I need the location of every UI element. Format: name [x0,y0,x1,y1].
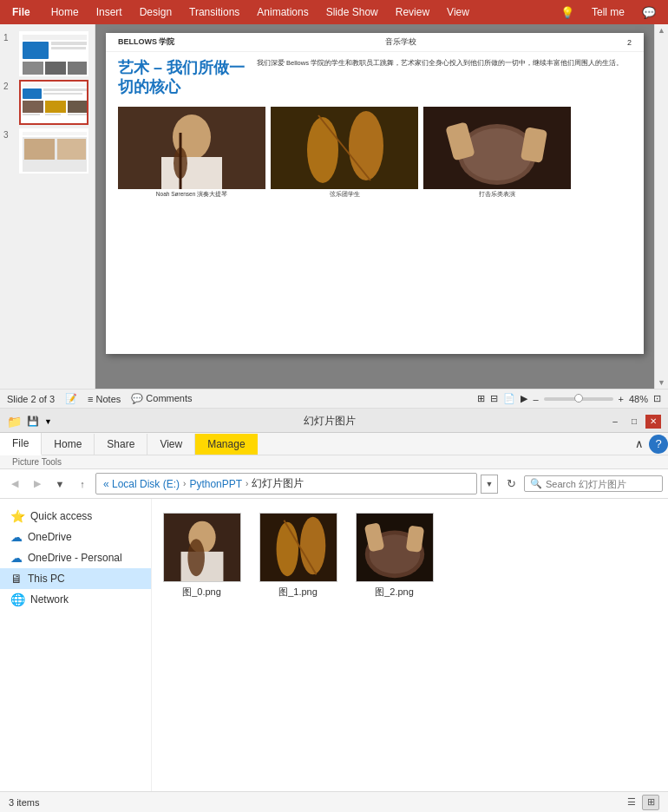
view-toggle-icons: ☰ ⊞ [623,795,659,810]
refresh-button[interactable]: ↻ [501,475,521,494]
quick-access-icon: ⭐ [10,509,25,523]
ribbon-tab-design[interactable]: Design [131,0,180,24]
view-reading-icon[interactable]: 📄 [503,393,515,404]
slide-title-area: 艺术 – 我们所做一切的核心 [118,59,248,96]
sidebar-item-onedrive-personal[interactable]: ☁ OneDrive - Personal [0,547,151,568]
slide-canvas[interactable]: BELLOWS 学院 音乐学校 2 艺术 – 我们所做一切的核心 我们深爱 Be… [106,33,644,354]
sidebar-item-onedrive[interactable]: ☁ OneDrive [0,527,151,547]
search-input[interactable] [546,479,657,489]
notes-icon: ≡ [88,394,93,404]
sidebar-item-quick-access[interactable]: ⭐ Quick access [0,506,151,527]
ribbon-tab-view[interactable]: View [438,0,478,24]
slide-num-1: 1 [3,31,16,43]
minimize-button[interactable]: – [607,415,623,429]
ribbon-right-controls: 💡 Tell me 💬 [555,3,668,23]
scroll-down[interactable]: ▼ [658,378,665,387]
zoom-slider[interactable] [544,397,613,401]
up-button[interactable]: ↑ [73,475,92,494]
slide-thumb-1[interactable]: 1 [3,31,91,76]
view-slideshow-icon[interactable]: ▶ [521,393,527,404]
ribbon-tab-insert[interactable]: Insert [88,0,131,24]
slide-image-box-2 [271,107,418,189]
picture-tools-label: Picture Tools [0,455,668,469]
comment-icon[interactable]: 💬 [637,3,661,23]
slide-image-item-1[interactable]: Noah Sørensen 演奏大提琴 [118,107,265,199]
quick-access-save[interactable]: 💾 [27,416,39,427]
slide-images: Noah Sørensen 演奏大提琴 弦乐团学生 [106,103,644,202]
tell-me-box[interactable]: Tell me [583,6,633,18]
view-slide-sorter-icon[interactable]: ⊟ [490,393,498,404]
notes-button[interactable]: ≡ Notes [88,394,121,404]
svg-rect-16 [23,114,40,115]
slide-image-3[interactable] [19,128,88,174]
maximize-button[interactable]: □ [626,415,642,429]
fit-to-window-icon[interactable]: ⊡ [653,393,661,404]
slide-thumb-3[interactable]: 3 [3,128,91,174]
svg-point-41 [187,539,205,576]
zoom-plus-icon[interactable]: + [619,394,624,404]
file-item-0[interactable]: 图_0.png [160,508,243,604]
file-explorer: 📁 💾 ▼ 幻灯片图片 – □ ✕ File Home Share View M… [0,408,668,812]
quick-access-dropdown[interactable]: ▼ [44,417,52,426]
svg-point-43 [276,522,298,577]
svg-rect-26 [161,157,222,189]
ribbon-collapse-button[interactable]: ∧ [630,437,649,450]
onedrive-personal-label: OneDrive - Personal [28,552,122,564]
this-pc-icon: 🖥 [10,572,23,586]
comments-label[interactable]: Comments [146,393,192,403]
dropdown-nav-button[interactable]: ▼ [50,475,69,494]
explorer-tab-view[interactable]: View [147,434,195,455]
explorer-status-bar: 3 items ☰ ⊞ [0,791,668,812]
ribbon-tab-animations[interactable]: Animations [248,0,317,24]
back-button[interactable]: ◀ [5,475,24,494]
ribbon-tab-slideshow[interactable]: Slide Show [318,0,387,24]
path-pythonppt[interactable]: PythonPPT [189,478,242,490]
file-tab[interactable]: File [0,0,43,24]
zoom-minus-icon[interactable]: – [533,394,538,404]
slide-thumb-2[interactable]: 2 [3,80,91,125]
slide-image-box-3 [423,107,571,189]
forward-button[interactable]: ▶ [28,475,47,494]
slide-header-school: BELLOWS 学院 [118,36,175,48]
svg-rect-14 [45,101,66,113]
notes-label[interactable]: Notes [96,394,121,404]
help-button[interactable]: ? [649,435,668,454]
explorer-tab-home[interactable]: Home [42,434,95,455]
ribbon-tab-home[interactable]: Home [43,0,88,24]
explorer-tab-manage[interactable]: Manage [195,434,257,455]
slide-image-1[interactable] [19,31,88,76]
svg-rect-6 [45,62,66,75]
path-local-disk[interactable]: « Local Disk (E:) [103,478,180,490]
explorer-tab-file[interactable]: File [0,433,42,455]
quick-access-label: Quick access [30,510,92,522]
close-button[interactable]: ✕ [645,415,661,429]
ribbon-tab-transitions[interactable]: Transitions [180,0,248,24]
address-path[interactable]: « Local Disk (E:) › PythonPPT › 幻灯片图片 [95,473,477,494]
comments-button[interactable]: 💬 Comments [131,393,192,404]
slide-image-box-1 [118,107,265,189]
sidebar-item-this-pc[interactable]: 🖥 This PC [0,568,151,589]
svg-rect-2 [23,42,49,59]
path-sep-1: › [183,479,186,488]
grid-view-icon[interactable]: ⊞ [642,795,659,810]
address-dropdown[interactable]: ▼ [481,475,498,494]
scroll-area[interactable]: ▲ ▼ [654,24,668,389]
slide-image-2[interactable] [19,80,88,125]
ribbon-tab-review[interactable]: Review [387,0,438,24]
lightbulb-icon[interactable]: 💡 [555,3,580,23]
file-name-2: 图_2.png [375,586,414,599]
file-item-2[interactable]: 图_2.png [353,508,436,604]
slide-header: BELLOWS 学院 音乐学校 2 [106,33,644,52]
slide-image-item-2[interactable]: 弦乐团学生 [271,107,418,199]
view-normal-icon[interactable]: ⊞ [477,393,485,404]
zoom-percent[interactable]: 48% [629,394,648,404]
item-count: 3 items [9,797,39,808]
slide-image-item-3[interactable]: 打击乐类表演 [423,107,571,199]
scroll-up[interactable]: ▲ [658,26,665,35]
file-item-1[interactable]: 图_1.png [257,508,339,604]
slide-header-page: 2 [627,38,632,47]
search-box[interactable]: 🔍 [524,475,663,492]
sidebar-item-network[interactable]: 🌐 Network [0,589,151,610]
explorer-tab-share[interactable]: Share [95,434,147,455]
list-view-icon[interactable]: ☰ [623,795,640,810]
